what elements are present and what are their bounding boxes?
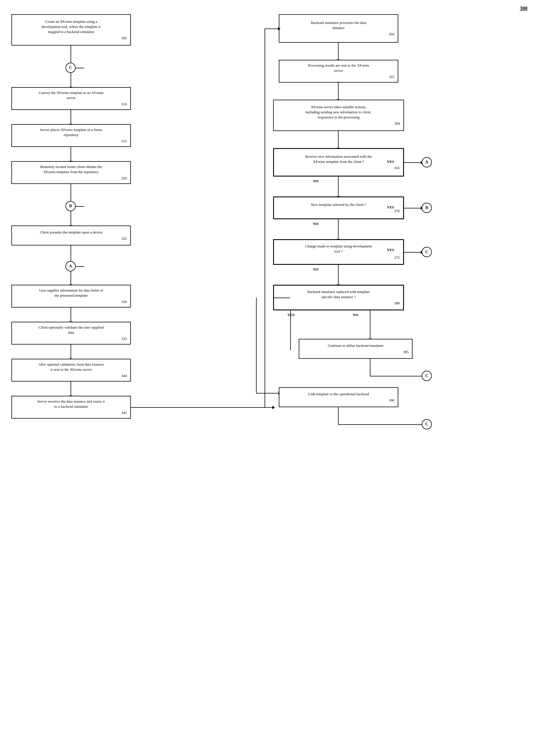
box-320-text: Remotely located forms client obtains th… (40, 164, 102, 174)
decision-380: Backend simulator replaced with template… (273, 285, 404, 310)
connector-C-right-385: C (421, 371, 432, 381)
box-305-text: Create an XForms template using adevelop… (42, 19, 101, 35)
box-355: Processing results are sent to the XForm… (279, 60, 398, 83)
decision-365-text: Receive new information associated with … (305, 154, 372, 164)
box-330-text: User supplies information for data field… (39, 288, 103, 298)
connector-B-right: B (421, 203, 432, 213)
box-315: Server places XForms template in a forms… (11, 124, 131, 147)
box-340-step: 340 (121, 373, 127, 378)
box-305: Create an XForms template using adevelop… (11, 14, 131, 46)
box-385: Continue to utilize backend simulator 38… (299, 339, 413, 359)
box-355-step: 355 (389, 74, 395, 80)
box-345-step: 345 (121, 410, 127, 415)
connector-C-bottom: C (421, 419, 432, 429)
decision-375: Change made to template using developmen… (273, 239, 404, 265)
box-390-text: Link template to the operational backend (308, 391, 369, 397)
box-355-text: Processing results are sent to the XForm… (308, 63, 369, 73)
label-365-yes: YES (387, 160, 394, 164)
label-370-no: NO (313, 222, 318, 226)
box-385-text: Continue to utilize backend simulator (328, 343, 384, 348)
box-320-step: 320 (121, 176, 127, 181)
box-315-step: 315 (121, 139, 127, 144)
box-320: Remotely located forms client obtains th… (11, 161, 131, 184)
doc-number: 300 (520, 6, 527, 12)
label-375-no: NO (313, 267, 318, 271)
box-385-step: 385 (403, 349, 409, 354)
box-335: Client optionally validates the user sup… (11, 322, 131, 344)
connector-C-right-375: C (421, 247, 432, 257)
decision-380-step: 380 (394, 301, 400, 306)
decision-380-text: Backend simulator replaced with template… (307, 289, 370, 300)
box-310-step: 310 (121, 102, 127, 107)
box-350-text: Backend simulator processes the datainst… (311, 20, 366, 30)
decision-365: Receive new information associated with … (273, 148, 404, 177)
box-350-step: 350 (389, 32, 395, 37)
box-360-text: XForms server takes suitable actions,inc… (306, 104, 371, 120)
box-310: Convey the XForms template to an XFormss… (11, 87, 131, 110)
decision-370-step: 370 (394, 208, 400, 214)
connector-C-left-1: C (65, 63, 76, 73)
box-350: Backend simulator processes the datainst… (279, 14, 398, 43)
box-390-step: 390 (389, 398, 395, 403)
box-310-text: Convey the XForms template to an XFormss… (39, 90, 104, 100)
decision-370-text: New template selected by the client ? (311, 202, 366, 207)
decision-375-step: 375 (394, 255, 400, 260)
box-340: After optional validation, form data ins… (11, 359, 131, 381)
decision-375-text: Change made to template using developmen… (305, 244, 372, 254)
label-380-yes: YES (287, 313, 294, 317)
box-390: Link template to the operational backend… (279, 387, 398, 407)
box-340-text: After optional validation, form data ins… (38, 362, 104, 372)
box-315-text: Server places XForms template in a forms… (40, 127, 102, 137)
box-345-text: Server receives the data instance and ro… (37, 399, 105, 409)
label-365-no: NO (313, 179, 318, 183)
box-335-text: Client optionally validates the user sup… (39, 325, 104, 335)
label-380-no: NO (353, 313, 358, 317)
decision-365-step: 365 (394, 165, 400, 170)
connector-B-left: B (65, 201, 76, 211)
box-330: User supplies information for data field… (11, 285, 131, 307)
label-370-yes: YES (387, 205, 394, 210)
box-345: Server receives the data instance and ro… (11, 396, 131, 418)
box-325-text: Client presents the template upon a devi… (40, 230, 102, 235)
box-325: Client presents the template upon a devi… (11, 226, 131, 245)
box-360: XForms server takes suitable actions,inc… (273, 100, 404, 131)
connector-A-right: A (421, 157, 432, 167)
box-335-step: 335 (121, 336, 127, 342)
decision-370: New template selected by the client ? 37… (273, 197, 404, 219)
box-330-step: 330 (121, 299, 127, 305)
box-325-step: 325 (121, 236, 127, 241)
label-375-yes: YES (387, 248, 394, 252)
box-305-step: 305 (121, 36, 127, 41)
connector-A-left: A (65, 261, 76, 271)
box-360-step: 360 (395, 121, 400, 126)
